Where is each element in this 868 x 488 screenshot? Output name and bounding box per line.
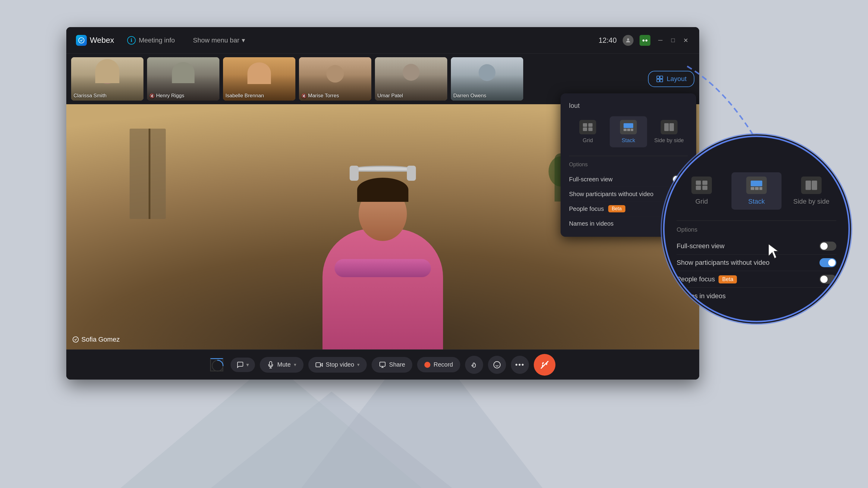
svg-point-16 bbox=[494, 361, 500, 368]
magnified-side-label: Side by side bbox=[793, 198, 830, 205]
magnified-options: Options Full-screen view Show participan… bbox=[677, 221, 836, 304]
svg-rect-30 bbox=[696, 181, 701, 185]
thumbnail-clarissa[interactable]: Clarissa Smith bbox=[71, 57, 144, 101]
status-icon[interactable]: ●● bbox=[640, 35, 650, 46]
grid-label: Grid bbox=[583, 137, 593, 144]
magnified-names-label: Names in videos bbox=[677, 292, 726, 300]
layout-panel-title: lout bbox=[569, 102, 688, 110]
layout-option-grid[interactable]: Grid bbox=[569, 116, 607, 147]
magnified-side-option[interactable]: Side by side bbox=[786, 172, 836, 210]
layout-button-label: Layout bbox=[667, 75, 687, 83]
magnified-names-row[interactable]: Names in videos › bbox=[677, 288, 836, 304]
names-in-videos-label: Names in videos bbox=[569, 220, 614, 227]
more-button[interactable]: ••• bbox=[511, 356, 529, 374]
people-focus-label-group: People focus Beta bbox=[569, 205, 625, 213]
side-by-side-layout-icon bbox=[661, 120, 678, 134]
svg-rect-19 bbox=[583, 123, 587, 127]
magnified-layout-options: Grid Stack bbox=[677, 172, 836, 210]
svg-rect-28 bbox=[670, 123, 674, 131]
svg-rect-7 bbox=[657, 79, 659, 82]
svg-rect-31 bbox=[702, 181, 707, 185]
window-controls: ─ □ ✕ bbox=[656, 36, 689, 44]
webex-logo-icon bbox=[76, 35, 87, 46]
magnified-side-icon bbox=[801, 176, 822, 194]
close-button[interactable]: ✕ bbox=[682, 36, 689, 44]
magnified-peoplefocus-toggle[interactable] bbox=[819, 275, 836, 284]
thumbnail-umar[interactable]: Umar Patel bbox=[375, 57, 447, 101]
svg-rect-15 bbox=[380, 362, 385, 366]
end-call-icon bbox=[540, 360, 550, 369]
profile-icon[interactable] bbox=[623, 35, 633, 46]
svg-rect-6 bbox=[660, 76, 663, 78]
magnified-grid-label: Grid bbox=[695, 198, 708, 205]
magnified-participants-toggle[interactable] bbox=[819, 258, 836, 267]
maximize-button[interactable]: □ bbox=[669, 36, 677, 44]
svg-rect-5 bbox=[657, 76, 659, 78]
svg-rect-35 bbox=[751, 187, 754, 190]
meeting-info-label: Meeting info bbox=[138, 36, 175, 44]
thumbnail-isabelle[interactable]: Isabelle Brennan bbox=[223, 57, 296, 101]
reaction-button[interactable] bbox=[465, 356, 483, 374]
record-button[interactable]: Record bbox=[417, 357, 460, 372]
svg-rect-34 bbox=[751, 181, 762, 186]
svg-rect-24 bbox=[624, 129, 627, 131]
info-icon: ℹ bbox=[127, 36, 135, 44]
magnified-fullscreen-label: Full-screen view bbox=[677, 242, 724, 250]
svg-marker-1 bbox=[211, 392, 452, 488]
magnified-participants-row: Show participants without video bbox=[677, 255, 836, 271]
svg-rect-8 bbox=[660, 79, 663, 82]
magnified-participants-label: Show participants without video bbox=[677, 259, 770, 267]
stop-video-label: Stop video bbox=[326, 361, 354, 368]
svg-rect-22 bbox=[588, 127, 592, 131]
chat-button[interactable]: ▾ bbox=[230, 358, 255, 372]
thumbnail-henry[interactable]: 🔇 Henry Riggs bbox=[147, 57, 219, 101]
svg-rect-33 bbox=[702, 186, 707, 190]
option-fullscreen: Full-screen view bbox=[569, 172, 688, 187]
mute-button[interactable]: Mute ▾ bbox=[260, 357, 303, 372]
stack-layout-icon bbox=[620, 120, 637, 134]
mic-icon bbox=[267, 361, 274, 368]
more-icon: ••• bbox=[515, 361, 524, 369]
magnified-options-label: Options bbox=[677, 226, 836, 233]
svg-rect-37 bbox=[760, 187, 763, 190]
share-button[interactable]: Share bbox=[372, 357, 412, 372]
video-icon bbox=[315, 361, 323, 368]
magnified-peoplefocus-label: People focus bbox=[677, 275, 715, 283]
share-label: Share bbox=[389, 361, 405, 368]
magnified-fullscreen-toggle[interactable] bbox=[819, 241, 836, 251]
layout-options: Grid Stack bbox=[569, 116, 688, 147]
svg-point-9 bbox=[73, 337, 79, 342]
title-bar-right: 12:40 ●● ─ □ ✕ bbox=[598, 35, 689, 46]
webex-logo: Webex bbox=[76, 35, 114, 46]
magnified-layout-panel: lout Grid bbox=[663, 135, 850, 322]
emoji-button[interactable] bbox=[488, 356, 506, 374]
stop-video-button[interactable]: Stop video ▾ bbox=[308, 357, 367, 372]
layout-option-side-by-side[interactable]: Side by side bbox=[650, 116, 688, 147]
meeting-info-button[interactable]: ℹ Meeting info bbox=[122, 34, 180, 47]
svg-rect-27 bbox=[664, 123, 669, 131]
svg-rect-25 bbox=[627, 129, 630, 131]
magnified-names-arrow-icon: › bbox=[834, 291, 836, 301]
minimize-button[interactable]: ─ bbox=[656, 36, 664, 44]
thumbnail-darren[interactable]: Darren Owens bbox=[451, 57, 523, 101]
svg-rect-23 bbox=[624, 123, 633, 128]
status-spinner bbox=[210, 358, 223, 371]
svg-marker-0 bbox=[121, 361, 422, 488]
title-bar: Webex ℹ Meeting info Show menu bar ▾ 12:… bbox=[66, 27, 699, 54]
end-call-button[interactable] bbox=[534, 354, 555, 376]
layout-option-stack[interactable]: Stack bbox=[610, 116, 647, 147]
magnified-fullscreen-row: Full-screen view bbox=[677, 238, 836, 255]
layout-button[interactable]: Layout bbox=[648, 71, 694, 87]
webex-window: Webex ℹ Meeting info Show menu bar ▾ 12:… bbox=[66, 27, 699, 380]
magnified-grid-option[interactable]: Grid bbox=[677, 172, 727, 210]
svg-rect-20 bbox=[588, 123, 592, 127]
options-section-label: Options bbox=[569, 161, 688, 168]
magnified-stack-icon bbox=[746, 176, 767, 194]
magnified-peoplefocus-row: People focus Beta bbox=[677, 271, 836, 288]
mute-dropdown-icon: ▾ bbox=[294, 362, 296, 367]
show-menu-button[interactable]: Show menu bar ▾ bbox=[188, 34, 250, 47]
thumbnail-name-clarissa: Clarissa Smith bbox=[73, 93, 107, 99]
thumbnail-marise[interactable]: 🔇 Marise Torres bbox=[299, 57, 371, 101]
magnified-stack-option[interactable]: Stack bbox=[732, 172, 781, 210]
show-participants-label: Show participants without video bbox=[569, 191, 653, 198]
